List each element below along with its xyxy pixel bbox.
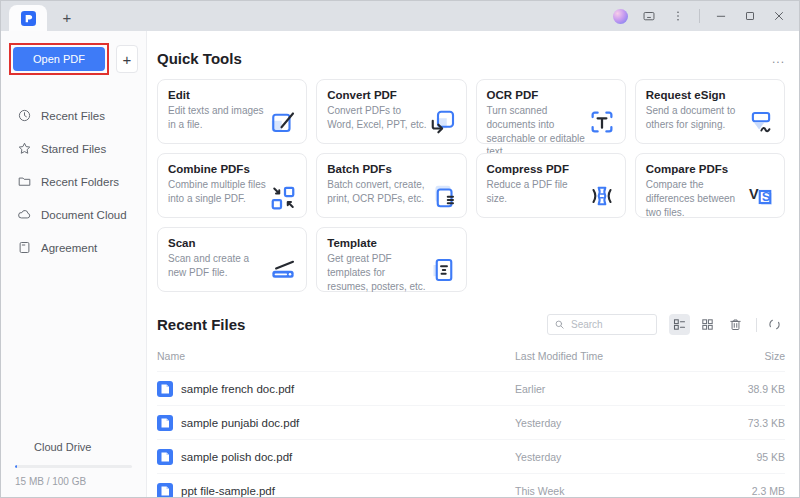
annotation-highlight: Open PDF [9, 43, 109, 75]
column-size[interactable]: Size [710, 350, 785, 362]
file-row[interactable]: ppt file-sample.pdf This Week 2.3 MB [157, 473, 785, 498]
grid-view-icon[interactable] [697, 314, 718, 335]
file-modified-time: Yesterday [515, 451, 710, 463]
svg-text:V: V [749, 186, 759, 202]
cloud-icon [13, 440, 27, 454]
card-title: Scan [168, 237, 296, 249]
file-name: sample polish doc.pdf [181, 451, 292, 463]
toolbar-separator [756, 318, 757, 332]
file-row[interactable]: sample french doc.pdf Earlier 38.9 KB [157, 371, 785, 405]
card-title: Compress PDF [487, 163, 615, 175]
file-list: sample french doc.pdf Earlier 38.9 KB sa… [157, 371, 785, 498]
agreement-icon [17, 240, 32, 255]
main-area: Quick Tools ... Edit Edit texts and imag… [147, 31, 799, 497]
combine-pdfs-icon [268, 181, 298, 211]
new-tab-button[interactable]: + [55, 5, 79, 29]
card-title: Compare PDFs [646, 163, 774, 175]
card-title: Batch PDFs [327, 163, 455, 175]
quick-tools-more-button[interactable]: ... [772, 55, 785, 63]
feedback-icon[interactable] [641, 8, 657, 24]
sidebar-item-label: Document Cloud [41, 209, 127, 221]
card-edit[interactable]: Edit Edit texts and images in a file. [157, 79, 307, 144]
sidebar-nav: Recent Files Starred Files Recent Folder… [1, 99, 146, 264]
card-batch-pdfs[interactable]: Batch PDFs Batch convert, create, print,… [316, 153, 466, 218]
card-compare-pdfs[interactable]: Compare PDFs Compare the differences bet… [635, 153, 785, 218]
search-icon [554, 319, 565, 330]
batch-pdfs-icon [428, 181, 458, 211]
column-name[interactable]: Name [157, 350, 515, 362]
search-box[interactable] [547, 314, 657, 335]
sidebar-item-recent-folders[interactable]: Recent Folders [1, 165, 146, 198]
card-ocr-pdf[interactable]: OCR PDF Turn scanned documents into sear… [476, 79, 626, 144]
titlebar: + [1, 1, 799, 31]
more-menu-icon[interactable] [670, 8, 686, 24]
storage-progress-bar [15, 465, 132, 468]
sidebar-item-starred-files[interactable]: Starred Files [1, 132, 146, 165]
card-request-esign[interactable]: Request eSign Send a document to others … [635, 79, 785, 144]
card-scan[interactable]: Scan Scan and create a new PDF file. [157, 227, 307, 292]
pdf-file-icon [157, 449, 173, 465]
card-description: Send a document to others for signing. [646, 104, 747, 132]
convert-pdf-icon [428, 107, 458, 137]
open-pdf-button[interactable]: Open PDF [13, 47, 105, 71]
edit-icon [268, 107, 298, 137]
recent-files-title: Recent Files [157, 316, 245, 333]
search-input[interactable] [569, 318, 650, 331]
quick-tools-title: Quick Tools [157, 50, 242, 67]
refresh-icon[interactable] [764, 314, 785, 335]
trash-icon[interactable] [725, 314, 746, 335]
sidebar: Open PDF + Recent Files Starred Files Re… [1, 31, 147, 497]
column-last-modified[interactable]: Last Modified Time [515, 350, 710, 362]
file-size: 2.3 MB [710, 485, 785, 497]
content: Open PDF + Recent Files Starred Files Re… [1, 31, 799, 497]
create-pdf-button[interactable]: + [116, 45, 138, 73]
card-title: OCR PDF [487, 89, 615, 101]
file-row[interactable]: sample polish doc.pdf Yesterday 95 KB [157, 439, 785, 473]
sidebar-item-label: Starred Files [41, 143, 106, 155]
card-convert-pdf[interactable]: Convert PDF Convert PDFs to Word, Excel,… [316, 79, 466, 144]
card-description: Convert PDFs to Word, Excel, PPT, etc. [327, 104, 428, 132]
file-name: sample punjabi doc.pdf [181, 417, 299, 429]
file-modified-time: Yesterday [515, 417, 710, 429]
compress-pdf-icon [587, 181, 617, 211]
card-description: Turn scanned documents into searchable o… [487, 104, 588, 159]
card-title: Request eSign [646, 89, 774, 101]
card-template[interactable]: Template Get great PDF templates for res… [316, 227, 466, 292]
storage-progress-fill [15, 465, 17, 468]
quick-tools-header: Quick Tools ... [157, 50, 785, 67]
card-description: Batch convert, create, print, OCR PDFs, … [327, 178, 428, 206]
pdf-file-icon [157, 483, 173, 498]
card-description: Combine multiple files into a single PDF… [168, 178, 269, 206]
card-description: Scan and create a new PDF file. [168, 252, 269, 280]
scan-icon [268, 255, 298, 285]
card-title: Template [327, 237, 455, 249]
file-modified-time: This Week [515, 485, 710, 497]
file-name: sample french doc.pdf [181, 383, 294, 395]
sidebar-item-recent-files[interactable]: Recent Files [1, 99, 146, 132]
account-avatar[interactable] [613, 9, 628, 24]
card-title: Edit [168, 89, 296, 101]
close-icon[interactable] [771, 8, 787, 24]
cloud-drive-item[interactable]: Cloud Drive [13, 440, 134, 454]
file-modified-time: Earlier [515, 383, 710, 395]
list-view-icon[interactable] [669, 314, 690, 335]
sidebar-item-document-cloud[interactable]: Document Cloud [1, 198, 146, 231]
app-tab[interactable] [9, 5, 47, 31]
app-window: + Open PDF + Recent Files Starred File [0, 0, 800, 498]
recent-files-header: Recent Files [157, 314, 785, 335]
minimize-icon[interactable] [713, 8, 729, 24]
compare-pdfs-icon: VS [746, 181, 776, 211]
card-title: Convert PDF [327, 89, 455, 101]
card-combine-pdfs[interactable]: Combine PDFs Combine multiple files into… [157, 153, 307, 218]
maximize-icon[interactable] [742, 8, 758, 24]
sidebar-item-label: Recent Files [41, 110, 105, 122]
sidebar-item-agreement[interactable]: Agreement [1, 231, 146, 264]
file-table-header: Name Last Modified Time Size [157, 343, 785, 371]
open-row: Open PDF + [1, 43, 146, 75]
storage-usage-text: 15 MB / 100 GB [13, 476, 134, 487]
card-compress-pdf[interactable]: Compress PDF Reduce a PDF file size. [476, 153, 626, 218]
file-name: ppt file-sample.pdf [181, 485, 275, 497]
file-row[interactable]: sample punjabi doc.pdf Yesterday 73.3 KB [157, 405, 785, 439]
quick-tools-grid: Edit Edit texts and images in a file. Co… [157, 79, 785, 292]
ocr-pdf-icon [587, 107, 617, 137]
